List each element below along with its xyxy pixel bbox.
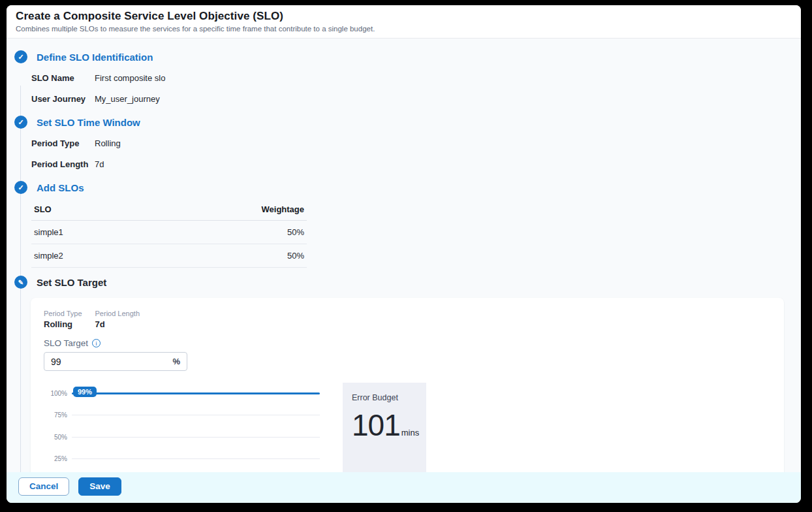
step-body-time-window: Period Type Rolling Period Length 7d [31,129,801,181]
y-tick-label: 75% [44,411,67,419]
period-type-value: Rolling [44,319,82,329]
check-circle-icon: ✓ [14,116,27,129]
column-header-slo: SLO [31,200,146,221]
target-chart-row: 100% 75% 50% 25% 0% 99% Error Budget [44,387,771,472]
slo-target-slider-line[interactable] [72,392,320,394]
wizard-body: ✓ Define SLO Identification SLO Name Fir… [7,39,801,472]
field-label: SLO Name [31,73,95,83]
table-header-row: SLO Weightage [31,200,307,221]
cancel-button[interactable]: Cancel [18,477,69,496]
slo-target-slider-handle[interactable]: 99% [73,387,97,397]
percent-suffix: % [172,357,180,366]
slo-target-input[interactable] [51,357,172,367]
field-user-journey: User Journey My_user_journey [31,88,801,109]
period-type-label: Period Type [44,310,82,317]
step-set-slo-time-window[interactable]: ✓ Set SLO Time Window [14,116,801,129]
step-body-identification: SLO Name First composite slo User Journe… [31,63,801,116]
weightage-cell: 50% [146,244,307,268]
slo-target-label: SLO Target [44,338,88,348]
gridline-75 [72,415,320,415]
slo-target-panel: Period Type Rolling Period Length 7d SLO… [31,298,784,472]
period-length-label: Period Length [95,310,140,317]
field-value: My_user_journey [95,94,160,104]
footer-action-bar: Cancel Save [7,472,801,503]
period-length-value: 7d [95,319,140,329]
table-row: simple2 50% [31,244,307,268]
slo-target-label-row: SLO Target i [44,338,771,348]
y-tick-label: 25% [44,455,67,462]
field-value: First composite slo [95,73,165,83]
field-period-length: Period Length 7d [31,153,801,174]
table-row: simple1 50% [31,221,307,244]
page-header: Create a Composite Service Level Objecti… [7,5,801,39]
period-type-summary: Period Type Rolling [44,310,82,329]
error-budget-unit: mins [401,428,419,438]
check-circle-icon: ✓ [14,50,27,63]
field-value: Rolling [95,138,121,148]
column-header-weightage: Weightage [146,200,307,221]
step-title[interactable]: Set SLO Time Window [37,117,140,128]
slo-target-chart: 100% 75% 50% 25% 0% 99% [44,387,320,472]
slo-weightage-table: SLO Weightage simple1 50% simple2 50% [31,200,307,268]
field-slo-name: SLO Name First composite slo [31,67,801,88]
period-summary: Period Type Rolling Period Length 7d [44,310,771,329]
info-icon[interactable]: i [92,339,101,347]
gridline-25 [72,458,320,459]
weightage-cell: 50% [146,221,307,244]
y-tick-label: 50% [44,434,67,441]
app-window: Create a Composite Service Level Objecti… [7,5,801,503]
field-label: User Journey [31,94,95,104]
page-title: Create a Composite Service Level Objecti… [16,10,790,23]
save-button[interactable]: Save [78,477,121,496]
page-subtitle: Combines multiple SLOs to measure the se… [16,25,790,33]
field-period-type: Period Type Rolling [31,133,801,153]
edit-pencil-icon: ✎ [14,276,27,289]
step-title[interactable]: Add SLOs [37,182,84,193]
field-value: 7d [95,159,104,169]
step-set-slo-target[interactable]: ✎ Set SLO Target [14,276,801,289]
step-add-slos[interactable]: ✓ Add SLOs [14,181,801,194]
error-budget-value-row: 101 mins [352,408,417,443]
period-length-summary: Period Length 7d [95,310,140,329]
error-budget-value: 101 [352,408,400,443]
slo-name-cell: simple2 [31,244,146,268]
step-define-slo-identification[interactable]: ✓ Define SLO Identification [14,50,801,63]
gridline-50 [72,437,320,438]
slo-target-input-wrap: % [44,352,187,371]
step-title[interactable]: Set SLO Target [37,277,106,288]
error-budget-label: Error Budget [352,393,417,402]
check-circle-icon: ✓ [14,181,27,194]
slo-name-cell: simple1 [31,221,146,244]
field-label: Period Length [31,159,95,169]
step-title[interactable]: Define SLO Identification [37,52,153,63]
error-budget-card: Error Budget 101 mins [343,383,426,472]
y-tick-label: 100% [44,390,67,397]
field-label: Period Type [31,138,95,148]
